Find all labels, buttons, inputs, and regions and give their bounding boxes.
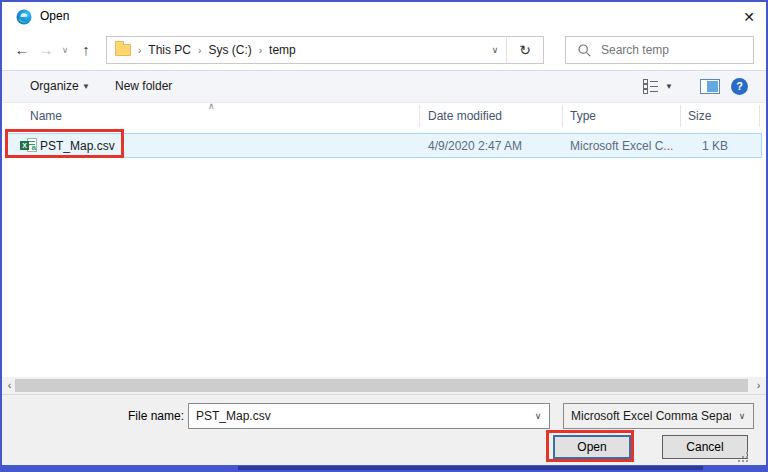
forward-button: → <box>34 38 58 62</box>
search-box[interactable] <box>565 36 754 64</box>
recent-locations-chevron-icon[interactable]: ∨ <box>57 38 73 62</box>
cancel-button[interactable]: Cancel <box>662 435 748 459</box>
scrollbar-thumb[interactable] <box>15 379 748 392</box>
open-file-dialog: Open ✕ ← → ∨ ↑ › This PC › Sys (C:) › te… <box>0 0 768 472</box>
file-type-dropdown[interactable]: Microsoft Excel Comma Separa ∨ <box>563 403 754 429</box>
column-headers: ∧ Name Date modified Type Size <box>2 103 766 129</box>
address-bar[interactable]: › This PC › Sys (C:) › temp ∨ ↻ <box>106 36 544 64</box>
window-title: Open <box>40 2 69 30</box>
file-list: a X PST_Map.csv 4/9/2020 2:47 AM Microso… <box>2 129 766 377</box>
excel-csv-file-icon: a X <box>20 138 37 153</box>
search-icon <box>578 44 591 57</box>
address-dropdown-chevron-icon[interactable]: ∨ <box>484 45 506 55</box>
new-folder-button[interactable]: New folder <box>115 71 172 102</box>
view-options-icon[interactable] <box>643 79 659 94</box>
file-type-value: Microsoft Excel Comma Separa <box>564 409 731 423</box>
organize-caret-icon[interactable]: ▼ <box>82 71 90 102</box>
column-header-type[interactable]: Type <box>570 103 596 129</box>
dialog-footer: File name: ∨ Microsoft Excel Comma Separ… <box>2 394 766 465</box>
folder-icon <box>115 44 131 56</box>
background-window-strip-dark <box>238 466 703 471</box>
breadcrumb-drive[interactable]: Sys (C:) <box>208 43 251 57</box>
column-header-size[interactable]: Size <box>688 103 711 129</box>
horizontal-scrollbar[interactable]: ‹ › <box>2 377 766 394</box>
navigation-bar: ← → ∨ ↑ › This PC › Sys (C:) › temp ∨ ↻ <box>2 30 766 70</box>
file-name-cell[interactable]: PST_Map.csv <box>40 134 115 158</box>
resize-grip[interactable] <box>738 452 748 462</box>
column-header-name[interactable]: Name <box>30 103 62 129</box>
header-divider[interactable] <box>759 105 760 127</box>
open-button[interactable]: Open <box>553 435 631 459</box>
file-name-label: File name: <box>100 403 184 429</box>
command-toolbar: Organize ▼ New folder ▼ ? <box>2 70 766 103</box>
breadcrumb-separator: › <box>191 45 208 56</box>
breadcrumb-this-pc[interactable]: This PC <box>148 43 191 57</box>
help-icon[interactable]: ? <box>731 78 748 95</box>
file-name-input[interactable] <box>189 409 527 423</box>
title-bar: Open ✕ <box>2 2 766 30</box>
file-type-cell: Microsoft Excel C... <box>570 134 673 158</box>
file-size-cell: 1 KB <box>680 134 728 158</box>
preview-pane-icon[interactable] <box>700 79 720 94</box>
breadcrumb-separator: › <box>131 45 148 56</box>
organize-button[interactable]: Organize <box>30 71 79 102</box>
excel-x-badge: X <box>20 141 29 150</box>
file-name-combobox[interactable]: ∨ <box>188 403 550 429</box>
search-input[interactable] <box>601 43 731 57</box>
column-header-date-modified[interactable]: Date modified <box>428 103 502 129</box>
up-button[interactable]: ↑ <box>74 38 98 62</box>
file-date-cell: 4/9/2020 2:47 AM <box>428 134 522 158</box>
edge-icon <box>16 9 32 25</box>
breadcrumb-separator: › <box>252 45 269 56</box>
header-divider[interactable] <box>680 105 681 127</box>
sort-caret-icon: ∧ <box>208 100 215 112</box>
header-divider[interactable] <box>419 105 420 127</box>
refresh-icon[interactable]: ↻ <box>507 42 543 58</box>
breadcrumb-temp[interactable]: temp <box>269 43 296 57</box>
header-divider[interactable] <box>562 105 563 127</box>
file-type-chevron-icon[interactable]: ∨ <box>731 411 753 421</box>
close-icon[interactable]: ✕ <box>732 4 766 30</box>
back-button[interactable]: ← <box>10 38 34 62</box>
scroll-right-icon[interactable]: › <box>752 377 765 394</box>
file-name-chevron-icon[interactable]: ∨ <box>527 411 549 421</box>
view-options-caret-icon[interactable]: ▼ <box>665 71 673 102</box>
